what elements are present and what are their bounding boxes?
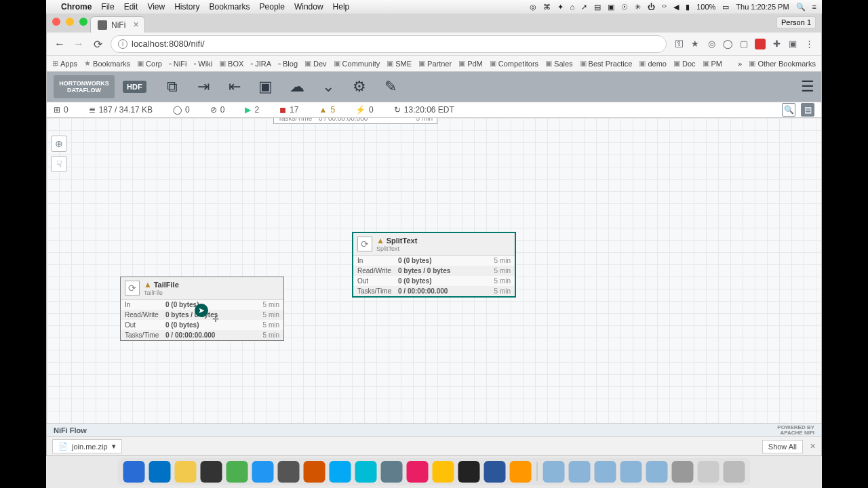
battery-icon[interactable]: ▭ [722, 3, 729, 12]
extension-icon[interactable]: ✚ [771, 39, 782, 49]
other-bookmarks[interactable]: ▣Other Bookmarks [749, 59, 816, 68]
add-processor-icon[interactable]: ⧉ [161, 76, 183, 98]
search-button[interactable]: 🔍 [782, 103, 795, 117]
dock-folder[interactable] [569, 461, 591, 483]
window-maximize-button[interactable] [79, 18, 87, 26]
bulletin-button[interactable]: ▤ [801, 103, 814, 117]
extension-icon[interactable] [755, 39, 766, 49]
key-icon[interactable]: ⚿ [673, 39, 684, 49]
dock-app-powerpoint[interactable] [304, 461, 326, 483]
tab-close-icon[interactable]: ✕ [133, 20, 139, 29]
menu-edit[interactable]: Edit [124, 2, 138, 12]
close-download-bar-icon[interactable]: ✕ [810, 442, 816, 451]
chevron-down-icon[interactable]: ▾ [112, 442, 116, 451]
active-app-name[interactable]: Chrome [61, 2, 92, 12]
window-minimize-button[interactable] [66, 18, 74, 26]
dock-app[interactable] [458, 461, 480, 483]
add-output-port-icon[interactable]: ⇤ [224, 76, 245, 98]
add-remote-group-icon[interactable]: ☁ [286, 76, 308, 98]
bookmark-folder[interactable]: ▣Dev [304, 59, 327, 68]
menu-history[interactable]: History [174, 2, 199, 12]
dock-app-terminal[interactable] [201, 461, 222, 483]
extension-icon[interactable]: ▢ [738, 39, 749, 49]
dock-app-chrome[interactable] [175, 461, 197, 483]
dock-app[interactable] [226, 461, 248, 483]
window-close-button[interactable] [52, 18, 60, 26]
menu-people[interactable]: People [260, 2, 285, 12]
status-icon[interactable]: ⌂ [570, 3, 575, 11]
status-icon[interactable]: ⌘ [543, 3, 551, 12]
menu-window[interactable]: Window [294, 2, 323, 12]
menu-file[interactable]: File [101, 2, 114, 12]
browser-tab[interactable]: NiFi ✕ [90, 16, 145, 33]
processor-splittext[interactable]: ⟳ ▲ SplitText SplitText In0 (0 bytes)5 m… [352, 232, 516, 298]
spotlight-icon[interactable]: 🔍 [796, 3, 806, 12]
bookmark-folder[interactable]: ▣Corp [137, 59, 162, 68]
dock-trash-icon[interactable] [724, 461, 745, 483]
wifi-icon[interactable]: ⌔ [662, 3, 667, 11]
bookmark-item[interactable]: ▫JIRA [250, 60, 271, 68]
dock-app-outlook[interactable] [149, 461, 171, 483]
profile-button[interactable]: Person 1 [776, 16, 816, 28]
connection-handle[interactable]: ➤ [195, 304, 208, 317]
nifi-canvas[interactable]: Tasks/Time 0 / 00:00:00.000 5 min ⊕ ☟ ⟳ … [47, 118, 821, 423]
mac-menu-bar[interactable]: Chrome File Edit View History Bookmarks … [46, 0, 822, 14]
bookmark-folder[interactable]: ▣SME [387, 59, 412, 68]
dock-app[interactable] [433, 461, 454, 483]
extension-icon[interactable]: ▣ [787, 39, 798, 49]
add-process-group-icon[interactable]: ▣ [255, 76, 277, 98]
dock-folder[interactable] [543, 461, 565, 483]
reload-button[interactable]: ⟳ [92, 38, 104, 50]
dock-app-zoom[interactable] [252, 461, 274, 483]
status-icon[interactable]: ➚ [581, 3, 587, 12]
bookmark-item[interactable]: ▫Blog [278, 60, 298, 68]
extension-icon[interactable]: ◯ [722, 39, 733, 49]
bookmark-item[interactable]: ▫NiFi [169, 60, 186, 68]
processor-partial[interactable]: Tasks/Time 0 / 00:00:00.000 5 min [273, 118, 437, 124]
bookmark-folder[interactable]: ▣Doc [673, 59, 696, 68]
notification-center-icon[interactable]: ≡ [812, 3, 816, 11]
add-template-icon[interactable]: ⚙ [349, 76, 370, 98]
status-icon[interactable]: ◎ [530, 3, 536, 12]
bookmark-item[interactable]: ▫Wiki [193, 60, 212, 68]
status-icon[interactable]: ✳ [635, 3, 641, 12]
apps-shortcut[interactable]: ⊞Apps [52, 59, 77, 68]
bookmark-folder[interactable]: ★Bookmarks [84, 59, 130, 68]
bookmark-folder[interactable]: ▣PdM [458, 59, 483, 68]
bookmark-folder[interactable]: ▣Best Practice [580, 59, 633, 68]
menu-help[interactable]: Help [333, 2, 350, 12]
clock[interactable]: Thu 1:20:25 PM [736, 3, 789, 11]
download-item[interactable]: 📄 join.me.zip ▾ [52, 439, 122, 453]
dock-folder[interactable] [646, 461, 668, 483]
navigate-icon[interactable]: ⊕ [51, 136, 67, 152]
dock-folder[interactable] [595, 461, 616, 483]
status-icon[interactable]: ▣ [608, 3, 614, 12]
status-icon[interactable]: ⏻ [648, 3, 655, 11]
flag-icon[interactable]: ▮ [686, 3, 690, 12]
bookmark-folder[interactable]: ▣Community [334, 59, 380, 68]
add-label-icon[interactable]: ✎ [380, 76, 401, 98]
bookmark-folder[interactable]: ▣Competitors [490, 59, 538, 68]
dock-app[interactable] [698, 461, 719, 483]
add-funnel-icon[interactable]: ⌄ [317, 76, 339, 98]
status-icon[interactable]: ☉ [621, 3, 628, 12]
forward-button[interactable]: → [73, 38, 85, 50]
status-icon[interactable]: ✦ [557, 3, 564, 12]
site-info-icon[interactable]: i [118, 39, 127, 49]
dock-app[interactable] [330, 461, 351, 483]
bookmark-folder[interactable]: ▣Sales [545, 59, 573, 68]
show-all-downloads-button[interactable]: Show All [762, 440, 803, 453]
extension-icon[interactable]: ◎ [706, 39, 717, 49]
dock-app[interactable] [672, 461, 694, 483]
bookmark-star-icon[interactable]: ★ [690, 39, 701, 49]
dock-app-virtualbox[interactable] [381, 461, 403, 483]
breadcrumb-root[interactable]: NiFi Flow [54, 426, 87, 434]
dock-app[interactable] [278, 461, 300, 483]
menu-view[interactable]: View [147, 2, 165, 12]
bookmark-overflow[interactable]: » [738, 60, 742, 68]
dock-app-finder[interactable] [123, 461, 145, 483]
add-input-port-icon[interactable]: ⇥ [193, 76, 214, 98]
dock-app[interactable] [355, 461, 377, 483]
breadcrumb[interactable]: NiFi Flow POWERED BYAPACHE NIFI [47, 423, 821, 436]
chrome-menu-icon[interactable]: ⋮ [804, 39, 814, 49]
